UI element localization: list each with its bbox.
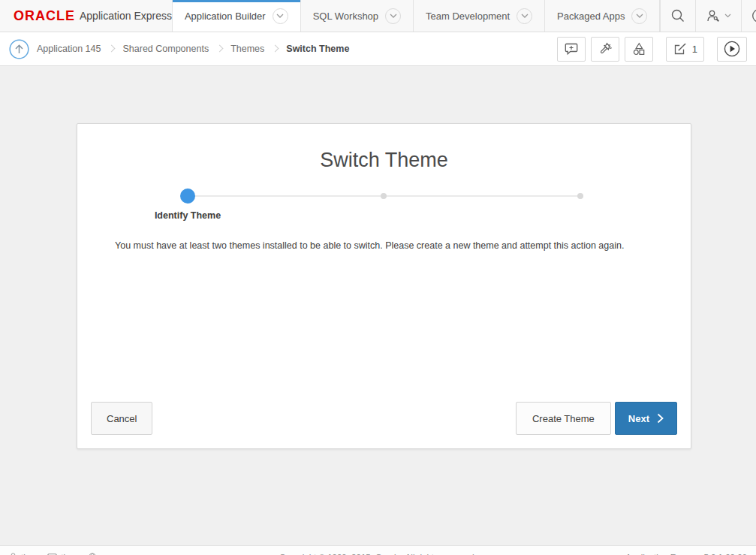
help-icon: ?	[751, 8, 756, 23]
footer-email: tim	[47, 553, 72, 555]
chevron-down-circle-icon[interactable]	[385, 8, 401, 24]
administration-menu-button[interactable]	[695, 0, 741, 32]
breadcrumb-item-switch-theme: Switch Theme	[286, 44, 349, 54]
footer-user-name: tim	[21, 553, 32, 555]
feedback-button[interactable]	[557, 37, 586, 62]
search-icon	[670, 8, 685, 23]
chevron-down-icon	[724, 14, 731, 18]
chevron-right-icon	[657, 413, 664, 424]
tab-team-development[interactable]: Team Development	[414, 0, 545, 32]
page-toolbar: 1	[557, 37, 747, 62]
flashlight-find-icon	[598, 41, 613, 56]
breadcrumb-separator-icon	[108, 45, 116, 53]
chevron-down-circle-icon[interactable]	[517, 8, 532, 24]
tab-application-builder[interactable]: Application Builder	[173, 0, 301, 32]
wizard-message-text: You must have at least two themes instal…	[77, 240, 691, 253]
chevron-down-circle-icon[interactable]	[631, 8, 647, 24]
find-button[interactable]	[591, 37, 619, 62]
run-application-button[interactable]	[717, 37, 747, 62]
cancel-button[interactable]: Cancel	[91, 402, 152, 435]
footer-email-name: tim	[61, 553, 72, 555]
breadcrumb-item-themes[interactable]: Themes	[230, 44, 264, 54]
product-name-text: Application Express	[80, 10, 172, 22]
footer-version: Application Express 5.0.1.00.06	[625, 553, 747, 555]
breadcrumb-separator-icon	[272, 45, 279, 53]
oracle-brand-text: ORACLE	[14, 8, 75, 24]
wizard-progress-train: Identify Theme	[77, 189, 691, 234]
footer-user: tim	[9, 553, 32, 555]
search-button[interactable]	[660, 0, 695, 32]
run-play-icon	[724, 41, 740, 57]
user-icon	[9, 553, 17, 555]
help-menu-button[interactable]: ?	[741, 0, 756, 32]
page-footer: tim tim en Copyright © 1999, 2015, Oracl…	[0, 545, 756, 555]
next-button-label: Next	[628, 413, 649, 424]
edit-page-number: 1	[692, 44, 697, 55]
create-theme-button[interactable]: Create Theme	[516, 402, 611, 435]
wizard-title: Switch Theme	[77, 149, 691, 172]
up-level-button[interactable]	[9, 39, 29, 59]
tab-label: Application Builder	[185, 11, 266, 22]
edit-page-button[interactable]: 1	[666, 37, 704, 62]
chevron-down-circle-icon[interactable]	[273, 8, 288, 24]
progress-step-pending-dot	[381, 193, 387, 199]
shapes-shared-components-icon	[631, 41, 646, 56]
edit-pencil-icon	[673, 42, 687, 56]
feedback-bubble-icon	[564, 42, 579, 56]
tab-label: Team Development	[426, 11, 510, 22]
tab-label: Packaged Apps	[557, 11, 625, 22]
page-content: Switch Theme Identify Theme You must hav…	[0, 66, 756, 545]
header-utility-icons: ?	[660, 0, 756, 32]
breadcrumb-item-shared-components[interactable]: Shared Components	[122, 44, 209, 54]
progress-step-current-dot	[180, 189, 195, 204]
globe-icon	[88, 553, 97, 555]
top-navigation-bar: ORACLE Application Express Application B…	[0, 0, 756, 32]
tab-packaged-apps[interactable]: Packaged Apps	[545, 0, 660, 32]
tab-label: SQL Workshop	[313, 11, 378, 22]
progress-step-pending-dot	[577, 193, 583, 199]
wizard-button-bar: Cancel Create Theme Next	[91, 402, 677, 435]
admin-wrench-user-icon	[706, 8, 721, 23]
tab-sql-workshop[interactable]: SQL Workshop	[301, 0, 414, 32]
footer-language: en	[88, 553, 110, 555]
shared-components-button[interactable]	[625, 37, 653, 62]
current-step-label: Identify Theme	[155, 210, 221, 221]
next-button[interactable]: Next	[615, 402, 677, 435]
breadcrumb: Application 145 Shared Components Themes…	[37, 44, 349, 54]
oracle-apex-logo[interactable]: ORACLE Application Express	[0, 0, 173, 32]
breadcrumb-separator-icon	[216, 45, 224, 53]
breadcrumb-bar: Application 145 Shared Components Themes…	[0, 32, 756, 66]
switch-theme-wizard-card: Switch Theme Identify Theme You must hav…	[77, 123, 691, 449]
footer-language-code: en	[101, 553, 110, 555]
breadcrumb-item-application[interactable]: Application 145	[37, 44, 101, 54]
